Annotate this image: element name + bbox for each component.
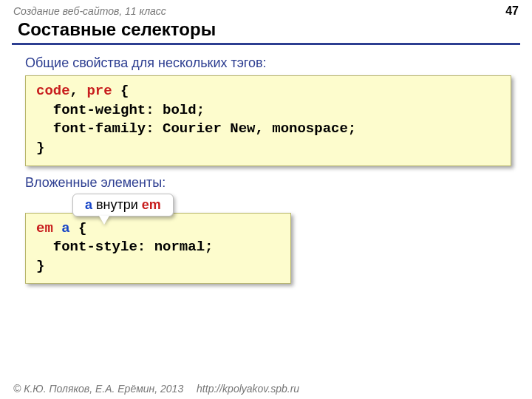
callout-wrap: a внутри em em a { font-style: normal; } bbox=[25, 213, 511, 284]
css-line-font-weight: font-weight: bold; bbox=[36, 102, 205, 118]
css-line-font-family: font-family: Courier New, monospace; bbox=[36, 120, 356, 137]
callout-bubble: a внутри em bbox=[72, 194, 174, 216]
group-selectors-label: Общие свойства для нескольких тэгов: bbox=[25, 55, 511, 71]
copyright: © К.Ю. Поляков, Е.А. Ерёмин, 2013 bbox=[13, 383, 183, 395]
callout-tail-icon bbox=[99, 216, 109, 225]
callout-mid: внутри bbox=[92, 197, 142, 212]
code-box-group-selectors: code, pre { font-weight: bold; font-fami… bbox=[25, 75, 511, 166]
brace-open: { bbox=[112, 83, 129, 99]
footer-url: http://kpolyakov.spb.ru bbox=[197, 383, 299, 395]
space bbox=[53, 220, 61, 236]
selector-a: a bbox=[61, 220, 69, 236]
brace-close: } bbox=[36, 140, 44, 156]
selector-em: em bbox=[36, 220, 53, 236]
course-label: Создание веб-сайтов, 11 класс bbox=[13, 5, 166, 17]
footer: © К.Ю. Поляков, Е.А. Ерёмин, 2013 http:/… bbox=[13, 383, 519, 395]
page-title: Составные селекторы bbox=[0, 19, 532, 43]
css-line-font-style: font-style: normal; bbox=[36, 239, 213, 255]
title-divider bbox=[12, 43, 520, 45]
comma: , bbox=[70, 83, 87, 99]
selector-pre: pre bbox=[86, 83, 112, 99]
selector-code: code bbox=[36, 83, 70, 99]
brace-close: } bbox=[36, 258, 44, 274]
callout-a: a bbox=[85, 197, 92, 212]
brace-open: { bbox=[70, 220, 87, 236]
page-number: 47 bbox=[505, 4, 519, 18]
content-area: Общие свойства для нескольких тэгов: cod… bbox=[0, 51, 532, 284]
callout-em: em bbox=[142, 197, 161, 212]
nested-elements-label: Вложенные элементы: bbox=[25, 175, 511, 191]
header-bar: Создание веб-сайтов, 11 класс 47 bbox=[0, 0, 532, 19]
code-box-nested-selector: em a { font-style: normal; } bbox=[25, 213, 291, 284]
